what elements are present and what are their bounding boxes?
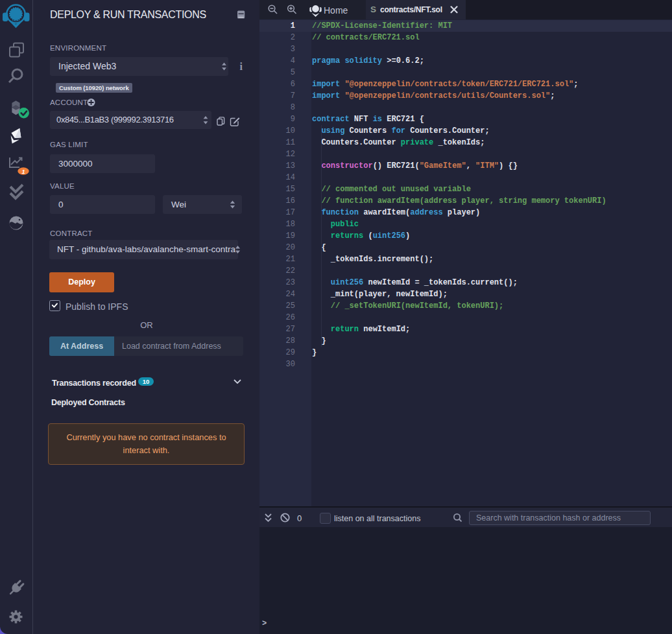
svg-text:i: i xyxy=(240,61,243,72)
svg-text:1: 1 xyxy=(21,169,25,175)
